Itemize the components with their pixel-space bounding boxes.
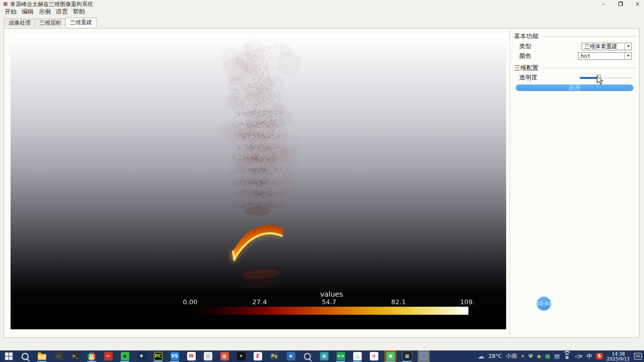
weather-desc[interactable]: 小雨 (506, 352, 517, 360)
chrome-icon[interactable] (86, 350, 98, 362)
chevron-down-icon[interactable] (624, 43, 631, 50)
dark-bird-app-icon[interactable]: ✦ (235, 350, 247, 362)
tim-glyph: ✚ (137, 352, 146, 360)
app-window: 青源峰达太赫兹三维图像重构系统 – × 开始 编辑 示例 语言 帮助 成像处理 … (0, 0, 644, 362)
z-app-icon[interactable]: Z (252, 350, 264, 362)
clock-date: 2025/9/11 (607, 356, 630, 361)
opacity-slider[interactable] (580, 74, 632, 81)
type-select-value: 三维体素重建 (582, 43, 624, 50)
colorbar-tick: 54.7 (322, 298, 337, 306)
colormap-select-value: hot (579, 53, 624, 59)
menu-item-start[interactable]: 开始 (2, 8, 19, 16)
3d-config-group: 三维配置 (514, 64, 637, 72)
close-button[interactable]: × (634, 1, 641, 7)
action-center-icon[interactable] (634, 353, 642, 359)
chevron-down-icon[interactable] (624, 53, 631, 59)
edge-glyph: e (287, 352, 295, 360)
volume-render-canvas[interactable] (11, 34, 506, 329)
clip-tool-icon[interactable]: ✂ (102, 350, 114, 362)
slider-fill (580, 77, 598, 79)
menu-item-language[interactable]: 语言 (53, 8, 70, 16)
hidden-icons-caret[interactable]: ∧ (521, 354, 525, 358)
python-glyph: Py (270, 352, 279, 360)
green-app-icon[interactable]: ▪ (119, 350, 131, 362)
clip-tool-glyph: ✂ (104, 352, 113, 360)
taskbar: ▭>_✂▪✚PCVSW◎@✦ZPye▣<>△✿◉▦● ☁ 28°C 小雨 ∧ Ψ… (0, 350, 644, 362)
wps-glyph: W (187, 352, 196, 360)
globe-app-icon[interactable]: ● (418, 350, 430, 362)
globe-app-glyph: ● (420, 352, 428, 360)
tab-imaging-processing[interactable]: 成像处理 (4, 19, 35, 27)
app-grid-glyph: ▦ (403, 352, 412, 360)
flower-app-glyph: ✿ (370, 352, 378, 360)
tim-icon[interactable]: ✚ (135, 350, 147, 362)
file-explorer-icon[interactable] (36, 350, 48, 362)
menu-item-examples[interactable]: 示例 (36, 8, 53, 16)
minimize-button[interactable]: – (600, 1, 607, 7)
colorbar-tick: 27.4 (253, 298, 267, 306)
titlebar: 青源峰达太赫兹三维图像重构系统 – × (0, 0, 644, 8)
wechat-icon[interactable]: ◉ (384, 350, 396, 362)
system-tray: ☁ 28°C 小雨 ∧ Ψ ◈ ■ ▤ ◁× 中 S 14:38 2025/9/… (477, 351, 644, 361)
netview-icon[interactable]: △ (351, 350, 363, 362)
window-title: 青源峰达太赫兹三维图像重构系统 (10, 1, 93, 8)
chrome-glyph (88, 352, 96, 360)
tab-page-panel: values 0.00 27.4 54.7 82.1 109. 基本功能 类型 … (4, 28, 639, 338)
app-grid-icon[interactable]: ▦ (401, 350, 413, 362)
basic-functions-group: 基本功能 (514, 32, 637, 41)
python-icon[interactable]: Py (268, 350, 280, 362)
vscode-icon[interactable]: VS (169, 350, 181, 362)
colorbar-tick: 82.1 (391, 298, 406, 306)
screen-recorder-timer[interactable]: 01:40 (536, 296, 551, 311)
wifi-icon[interactable] (564, 353, 571, 359)
disc-app-icon[interactable]: ◎ (202, 350, 214, 362)
terminal-icon[interactable]: >_ (69, 350, 81, 362)
taskbar-icons: ▭>_✂▪✚PCVSW◎@✦ZPye▣<>△✿◉▦● (0, 350, 430, 362)
type-select[interactable]: 三维体素重建 (582, 43, 632, 50)
edge-icon[interactable]: e (285, 350, 297, 362)
file-explorer-glyph (38, 354, 46, 360)
ime-indicator[interactable]: 中 (587, 353, 592, 359)
snail-app-glyph: @ (220, 352, 229, 360)
flower-app-icon[interactable]: ✿ (368, 350, 380, 362)
settings-panel: 基本功能 类型 三维体素重建 颜色 hot 三维配置 (510, 29, 640, 337)
menu-item-help[interactable]: 帮助 (70, 8, 88, 16)
restore-icon (618, 2, 623, 6)
microphone-icon[interactable]: Ψ (528, 353, 533, 359)
sogou-icon[interactable]: S (596, 353, 603, 359)
start-icon[interactable] (3, 350, 15, 362)
search-glyph (22, 353, 29, 360)
wechat-devtools-glyph: <> (337, 352, 345, 360)
weather-temp[interactable]: 28°C (488, 353, 502, 359)
dark-bird-app-glyph: ✦ (237, 352, 246, 360)
image-viewer-icon[interactable]: ▣ (318, 350, 330, 362)
magnifier-tool-glyph (304, 353, 311, 360)
security-shield-icon[interactable]: ◈ (537, 353, 541, 359)
tab-3d-tomography[interactable]: 三维层析 (35, 19, 66, 27)
colormap-select[interactable]: hot (578, 52, 632, 60)
image-viewer-glyph: ▣ (320, 352, 329, 360)
volume-muted-icon[interactable]: ◁× (575, 353, 583, 359)
vscode-glyph: VS (171, 352, 179, 360)
green-app-glyph: ▪ (121, 352, 129, 360)
search-icon[interactable] (19, 350, 31, 362)
taskbar-clock[interactable]: 14:38 2025/9/11 (607, 351, 630, 361)
snail-app-icon[interactable]: @ (218, 350, 230, 362)
printer-icon[interactable]: ▤ (554, 353, 559, 359)
colorbar-gradient (188, 307, 468, 315)
magnifier-tool-icon[interactable] (301, 350, 313, 362)
app-icon (4, 2, 8, 6)
restore-button[interactable] (617, 1, 624, 7)
group-rule (541, 68, 637, 68)
wps-icon[interactable]: W (185, 350, 197, 362)
pycharm-icon[interactable]: PC (152, 350, 164, 362)
render-viewport[interactable]: values 0.00 27.4 54.7 82.1 109. (11, 34, 506, 329)
wechat-devtools-icon[interactable]: <> (335, 350, 347, 362)
console-window-icon[interactable]: ▭ (52, 350, 64, 362)
weather-cloud-icon[interactable]: ☁ (477, 353, 484, 359)
tab-3d-reconstruction[interactable]: 三维重建 (65, 18, 97, 27)
menu-item-edit[interactable]: 编辑 (19, 8, 36, 16)
recorder-time: 01:40 (537, 301, 550, 306)
apply-button[interactable]: 应用 (516, 84, 633, 91)
green-square-tray-icon[interactable]: ■ (545, 353, 550, 359)
